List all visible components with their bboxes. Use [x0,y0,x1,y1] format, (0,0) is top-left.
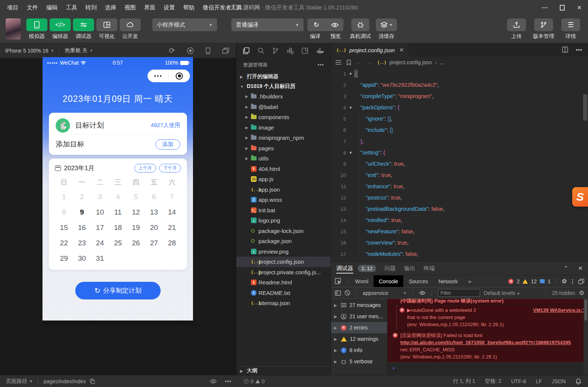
devtools-settings-icon[interactable]: ⚙ [562,278,567,285]
menu-item[interactable]: 帮助 [179,0,199,15]
menu-item[interactable]: 编辑 [42,0,62,15]
hot-reload-select[interactable]: 热重载 关▼ [59,43,98,58]
encoding-setting[interactable]: UTF-8 [511,378,526,384]
context-select[interactable]: appservice▼ [363,290,407,296]
tree-item-app-js[interactable]: JSapp.js [236,174,331,184]
calendar-day-today[interactable]: 9 [73,204,91,220]
breadcrumb-file[interactable]: project.config.json [389,59,432,65]
console-prompt[interactable]: › [387,362,588,371]
code-line[interactable]: 13"preloadBackgroundData": false, [331,203,588,215]
visualizer-toggle[interactable]: 可视化 [96,18,117,40]
code-line[interactable]: 15"newFeature": false, [331,226,588,237]
source-control-icon[interactable] [273,47,278,54]
calendar-day[interactable]: 22 [55,235,73,251]
tab-terminal[interactable]: 终端 [424,265,435,272]
tab-wxml[interactable]: Wxml [350,275,374,287]
filter-verbose[interactable]: ▶5 verbose [331,356,387,367]
calendar-day[interactable]: 25 [109,235,127,251]
multi-window-icon[interactable] [222,48,229,54]
calendar-day[interactable]: 1 [55,189,73,204]
explorer-more-button[interactable]: ••• [318,62,324,68]
mode-select[interactable]: 小程序模式▼ [152,18,217,31]
expand-arrow-icon[interactable]: ▶ [407,307,411,313]
filter-all-messages[interactable]: ▶27 messages [331,299,387,311]
details-button[interactable]: ☰ 详情 [561,18,580,40]
project-root[interactable]: ▼ D1019 个人目标日历 [236,82,331,91]
simulator-toggle[interactable]: 模拟器 [26,18,47,40]
tab-sources[interactable]: Sources [403,275,433,287]
calendar-day[interactable]: 16 [73,220,91,235]
console-scrollbar[interactable] [583,299,588,375]
notifications-bell-icon[interactable] [576,378,581,384]
calendar-day[interactable]: 3 [91,189,109,204]
tree-item-image[interactable]: ▶image [236,122,331,133]
console-filter-input[interactable] [438,289,480,297]
code-line[interactable]: 10"es6": true, [331,169,588,181]
language-mode[interactable]: JSON [552,378,566,384]
tree-item-logo-png[interactable]: ▴logo.png [236,215,331,226]
debugger-toggle[interactable]: 调试器 [73,18,94,40]
code-line[interactable]: 2"appid": "wx75c2922fb0a2a4c2", [331,79,588,91]
tree-item-preview-png[interactable]: ▴preview.png [236,246,331,257]
fold-chevron-icon[interactable]: ▼ [346,106,355,110]
menu-item[interactable]: 微信开发者工具 [199,0,246,15]
open-editors-section[interactable]: ▶ 打开的编辑器 [236,72,331,82]
code-line[interactable]: 9"urlCheck": true, [331,158,588,169]
tree-item-project-config-json[interactable]: {..}project.config.json [236,257,331,267]
tree-item-init-bat[interactable]: >_init.bat [236,205,331,216]
chevron-right-icon[interactable]: ▶ [245,115,251,119]
chevron-right-icon[interactable]: ▶ [245,94,251,98]
tab-debugger[interactable]: 调试器 [336,262,353,275]
problems-indicator[interactable]: ✕ 0 0 [244,378,265,384]
indentation-setting[interactable]: 空格: 2 [485,378,501,385]
menu-item[interactable]: 设置 [160,0,179,15]
console-error-row[interactable]: ✕ VM139 WAService.js:1 ▶routeDone with a… [387,305,588,330]
calendar-day[interactable]: 27 [145,235,163,251]
share-plan-button[interactable]: ↻ 分享制定计划 [75,282,161,299]
calendar-day[interactable]: 28 [163,235,181,251]
calendar-day[interactable]: 17 [91,220,109,235]
calendar-day[interactable]: 18 [109,220,127,235]
close-panel-icon[interactable]: ✕ [578,265,583,272]
collapse-panel-icon[interactable]: ⌃ [564,265,568,272]
calendar-day[interactable]: 11 [109,204,127,220]
calendar-day[interactable]: 10 [91,204,109,220]
calendar-day[interactable]: 15 [55,220,73,235]
code-line[interactable]: 8▼"setting": { [331,147,588,158]
prev-month-button[interactable]: 上个月 [134,164,156,172]
menu-item[interactable]: 文件 [23,0,42,15]
font-url-link[interactable]: http://at.alicdn.com/t/c/font_1671050_2w… [400,340,571,345]
menu-item[interactable]: 工具 [62,0,81,15]
inspect-element-icon[interactable] [331,278,345,284]
exit-button[interactable] [169,73,190,80]
editor-toggle[interactable]: </> 编辑器 [50,18,71,40]
code-editor[interactable]: 1▼{2"appid": "wx75c2922fb0a2a4c2",3"comp… [331,68,588,261]
extensions-icon[interactable] [287,48,293,54]
tab-output[interactable]: 输出 [404,265,415,272]
tree-item--babel[interactable]: ▶@babel [236,102,331,112]
calendar-day[interactable]: 31 [91,251,109,266]
calendar-day[interactable]: 13 [145,204,163,220]
filter-warnings[interactable]: ▶12 warnings [331,333,387,345]
tree-item-components[interactable]: ▶components [236,112,331,122]
code-line[interactable]: 12"postcss": true, [331,192,588,203]
outline-section[interactable]: ▶ 大纲 [236,366,331,375]
fold-chevron-icon[interactable]: ▼ [346,151,355,155]
more-actions-icon[interactable]: ••• [576,47,582,53]
maximize-button[interactable] [553,0,571,15]
copy-path-icon[interactable] [90,379,95,384]
filter-user-messages[interactable]: ▶21 user mes... [331,311,387,322]
menu-item[interactable]: 界面 [140,0,160,15]
code-line[interactable]: 11"enhance": true, [331,181,588,192]
close-tab-icon[interactable]: ✕ [399,47,404,53]
calendar-day[interactable]: 6 [145,189,163,204]
record-icon[interactable] [187,47,194,54]
console-settings-icon[interactable]: ⚙ [579,289,584,296]
editor-scrollbar[interactable] [583,94,587,121]
calendar-day[interactable]: 5 [127,189,145,204]
calendar-day[interactable]: 12 [127,204,145,220]
menu-item[interactable]: 项目 [3,0,23,15]
version-control-button[interactable]: 版本管理 [533,18,554,40]
calendar-day[interactable]: 7 [163,189,181,204]
code-line[interactable]: 14"minified": true, [331,215,588,226]
